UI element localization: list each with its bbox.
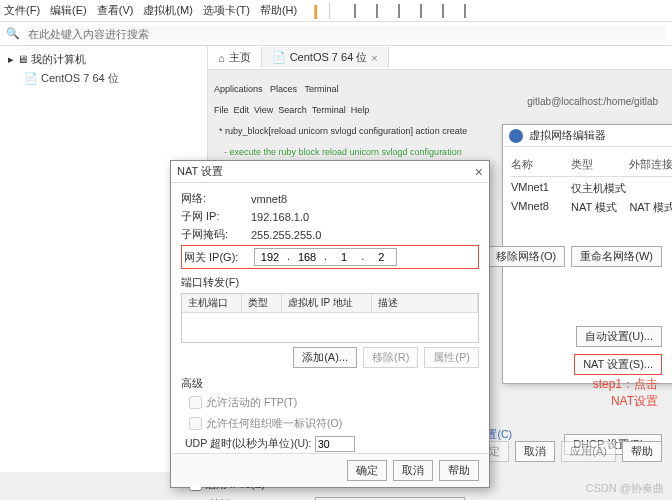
nat-settings-button[interactable]: NAT 设置(S)... bbox=[574, 354, 662, 375]
net-row-vmnet8[interactable]: VMnet8NAT 模式NAT 模式已连接-192.168.1.0 bbox=[511, 198, 672, 217]
dialog-close-icon[interactable]: × bbox=[475, 164, 483, 180]
search-input[interactable] bbox=[24, 26, 666, 42]
toolbar-icon-2[interactable] bbox=[376, 5, 388, 17]
network-value: vmnet8 bbox=[251, 193, 287, 205]
toolbar-icon-1[interactable] bbox=[354, 5, 366, 17]
subnet-mask-value: 255.255.255.0 bbox=[251, 229, 321, 241]
tree-root[interactable]: ▸ 🖥 我的计算机 bbox=[4, 50, 203, 69]
port-remove-button[interactable]: 移除(R) bbox=[363, 347, 418, 368]
advanced-label: 高级 bbox=[181, 376, 479, 391]
app-menubar: 文件(F) 编辑(E) 查看(V) 虚拟机(M) 选项卡(T) 帮助(H) || bbox=[0, 0, 672, 22]
subnet-ip-label: 子网 IP: bbox=[181, 209, 251, 224]
globe-icon bbox=[509, 129, 523, 143]
remove-network-button[interactable]: 移除网络(O) bbox=[487, 246, 565, 267]
menu-help[interactable]: 帮助(H) bbox=[260, 3, 297, 18]
toolbar-icon-3[interactable] bbox=[398, 5, 410, 17]
toolbar-icon-4[interactable] bbox=[420, 5, 432, 17]
annotation-step1: step1：点击 NAT设置 bbox=[593, 376, 658, 410]
network-label: 网络: bbox=[181, 191, 251, 206]
terminal-title: gitlab@localhost:/home/gitlab bbox=[527, 96, 658, 107]
rename-network-button[interactable]: 重命名网络(W) bbox=[571, 246, 662, 267]
gateway-ip-label: 网关 IP(G): bbox=[184, 250, 254, 265]
nat-dialog-title: NAT 设置 bbox=[177, 164, 223, 179]
menu-vm[interactable]: 虚拟机(M) bbox=[143, 3, 193, 18]
nat-help-button[interactable]: 帮助 bbox=[439, 460, 479, 481]
netedit-help-button[interactable]: 帮助 bbox=[622, 441, 662, 462]
auto-settings-button[interactable]: 自动设置(U)... bbox=[576, 326, 662, 347]
subnet-ip-value: 192.168.1.0 bbox=[251, 211, 309, 223]
net-table-header: 名称类型外部连接主机连接DHCP子网地址 bbox=[511, 155, 672, 177]
tab-vm[interactable]: 📄 CentOS 7 64 位 × bbox=[262, 47, 389, 68]
udp-timeout-input[interactable] bbox=[315, 436, 355, 452]
nat-ok-button[interactable]: 确定 bbox=[347, 460, 387, 481]
port-properties-button[interactable]: 属性(P) bbox=[424, 347, 479, 368]
search-icon: 🔍 bbox=[6, 27, 20, 40]
watermark: CSDN @协奏曲 bbox=[586, 481, 664, 496]
netedit-title: 虚拟网络编辑器 bbox=[529, 128, 606, 143]
subnet-mask-label: 子网掩码: bbox=[181, 227, 251, 242]
netedit-apply-button[interactable]: 应用(A) bbox=[561, 441, 616, 462]
menu-file[interactable]: 文件(F) bbox=[4, 3, 40, 18]
search-bar: 🔍 bbox=[0, 22, 672, 46]
gnome-topbar: Applications Places Terminal bbox=[214, 84, 666, 95]
stop-icon[interactable] bbox=[334, 5, 344, 17]
netedit-footer: 确定 取消 应用(A) 帮助 bbox=[469, 441, 662, 462]
toolbar-icon-6[interactable] bbox=[464, 5, 476, 17]
gateway-ip-input[interactable]: . . . bbox=[254, 248, 397, 266]
port-forward-table[interactable]: 主机端口 类型 虚拟机 IP 地址 描述 bbox=[181, 293, 479, 343]
tab-home[interactable]: ⌂主页 bbox=[208, 47, 262, 68]
home-icon: ⌂ bbox=[218, 52, 225, 64]
pause-icon[interactable]: || bbox=[313, 3, 315, 19]
allow-oui-checkbox[interactable] bbox=[189, 417, 202, 430]
allow-ftp-checkbox[interactable] bbox=[189, 396, 202, 409]
tree-vm[interactable]: 📄 CentOS 7 64 位 bbox=[4, 69, 203, 88]
netedit-cancel-button[interactable]: 取消 bbox=[515, 441, 555, 462]
nat-cancel-button[interactable]: 取消 bbox=[393, 460, 433, 481]
menu-tabs[interactable]: 选项卡(T) bbox=[203, 3, 250, 18]
port-add-button[interactable]: 添加(A)... bbox=[293, 347, 357, 368]
net-row-vmnet1[interactable]: VMnet1仅主机模式已连接已启用192.168.12.0 bbox=[511, 179, 672, 198]
menu-view[interactable]: 查看(V) bbox=[97, 3, 134, 18]
toolbar-icon-5[interactable] bbox=[442, 5, 454, 17]
port-forward-label: 端口转发(F) bbox=[181, 275, 479, 290]
nat-settings-dialog: NAT 设置 × 网络:vmnet8 子网 IP:192.168.1.0 子网掩… bbox=[170, 160, 490, 488]
close-icon[interactable]: × bbox=[371, 52, 377, 64]
menu-edit[interactable]: 编辑(E) bbox=[50, 3, 87, 18]
main-tabs: ⌂主页 📄 CentOS 7 64 位 × bbox=[208, 46, 672, 70]
